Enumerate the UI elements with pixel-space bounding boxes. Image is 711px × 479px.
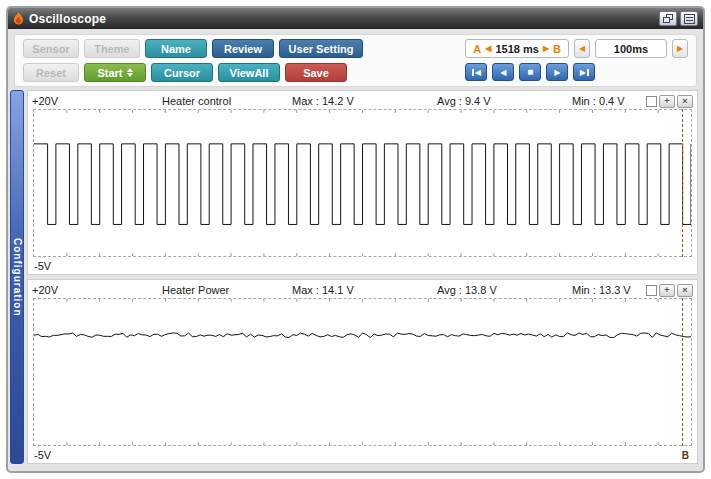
timebase-decrease-button[interactable]: ◀ [574,39,590,58]
cursor-b-line[interactable] [682,298,683,446]
reset-button[interactable]: Reset [23,63,79,82]
skip-end-icon: ▶ [580,68,586,77]
minimize-icon [684,14,695,24]
panel-header: +20V Heater control Max : 14.2 V Avg : 9… [32,93,693,109]
bar-icon [587,69,589,76]
channel-panel-heater-power: +20V Heater Power Max : 14.1 V Avg : 13.… [27,279,698,464]
panel-footer: -5V B [32,446,693,461]
play-button[interactable]: ▶ [546,63,568,81]
voltage-top-label: +20V [32,284,162,296]
save-button[interactable]: Save [285,63,347,82]
zoom-plus-icon: + [664,96,669,106]
voltage-bottom-label: -5V [34,449,51,461]
playback-controls: ◀ ◀ ■ ▶ ▶ [465,63,688,81]
restore-icon [663,14,674,24]
voltage-top-label: +20V [32,95,162,107]
review-button[interactable]: Review [212,39,274,58]
panel-zoom-button[interactable]: + [659,284,675,297]
min-value: Min : 13.3 V [572,284,646,296]
panel-controls: + × [646,284,693,297]
avg-value: Avg : 9.4 V [437,95,572,107]
screen: Oscilloscope [0,0,711,479]
left-arrow-icon: ◀ [579,45,585,53]
stop-button[interactable]: ■ [519,63,541,81]
name-button[interactable]: Name [145,39,207,58]
channel-checkbox[interactable] [646,285,657,296]
panel-footer: -5V [32,257,693,272]
cursor-b-label: B [553,43,561,55]
waveform-display [33,298,692,446]
toolbar-time-controls: A ◀ 1518 ms ▶ B ◀ 100ms ▶ [465,39,688,81]
close-icon: × [682,96,687,106]
play-icon: ▶ [554,68,560,77]
waveform-display [33,109,692,257]
skip-to-end-button[interactable]: ▶ [573,63,595,81]
cursor-a-label: A [473,43,481,55]
step-back-button[interactable]: ◀ [492,63,514,81]
cursor-button[interactable]: Cursor [151,63,213,82]
toolbar: Sensor Theme Name Review User Setting Re… [14,34,697,87]
sensor-button[interactable]: Sensor [23,39,79,58]
restore-window-button[interactable] [659,11,677,26]
close-icon: × [682,285,687,295]
time-range-value: 1518 ms [495,43,538,55]
max-value: Max : 14.1 V [292,284,437,296]
zoom-plus-icon: + [664,285,669,295]
toolbar-buttons: Sensor Theme Name Review User Setting Re… [23,39,363,82]
panel-close-button[interactable]: × [677,284,693,297]
window-controls [659,11,698,26]
panel-controls: + × [646,95,693,108]
waveform-trace [34,299,691,445]
viewall-button[interactable]: ViewAll [218,63,280,82]
scope-region: Configuration +20V Heater control Max : … [10,90,698,464]
minimize-window-button[interactable] [680,11,698,26]
cursor-b-marker-icon: ▶ [543,45,549,53]
bar-icon [472,69,474,76]
channel-panel-heater-control: +20V Heater control Max : 14.2 V Avg : 9… [27,90,698,275]
max-value: Max : 14.2 V [292,95,437,107]
start-button[interactable]: Start [84,63,146,82]
configuration-tab[interactable]: Configuration [10,90,24,464]
window-title: Oscilloscope [29,12,654,26]
right-arrow-icon: ▶ [677,45,683,53]
user-setting-button[interactable]: User Setting [279,39,363,58]
start-button-label: Start [97,67,122,79]
panel-header: +20V Heater Power Max : 14.1 V Avg : 13.… [32,282,693,298]
channel-name: Heater Power [162,284,292,296]
channel-checkbox[interactable] [646,96,657,107]
channel-panels: +20V Heater control Max : 14.2 V Avg : 9… [27,90,698,464]
skip-start-icon: ◀ [475,68,481,77]
time-range-display[interactable]: A ◀ 1518 ms ▶ B [465,39,569,58]
panel-close-button[interactable]: × [677,95,693,108]
voltage-bottom-label: -5V [34,260,51,272]
app-icon [13,12,24,25]
title-bar[interactable]: Oscilloscope [8,8,703,29]
cursor-b-footer-label: B [682,450,689,461]
channel-name: Heater control [162,95,292,107]
theme-button[interactable]: Theme [84,39,140,58]
cursor-b-line[interactable] [682,109,683,257]
step-back-icon: ◀ [500,68,506,77]
stop-icon: ■ [527,67,533,77]
start-spinner-icon [127,68,133,77]
skip-to-start-button[interactable]: ◀ [465,63,487,81]
avg-value: Avg : 13.8 V [437,284,572,296]
timebase-increase-button[interactable]: ▶ [672,39,688,58]
oscilloscope-window: Oscilloscope [6,6,705,473]
cursor-a-marker-icon: ◀ [485,45,491,53]
waveform-trace [34,110,691,256]
min-value: Min : 0.4 V [572,95,646,107]
panel-zoom-button[interactable]: + [659,95,675,108]
timebase-display[interactable]: 100ms [595,39,667,58]
